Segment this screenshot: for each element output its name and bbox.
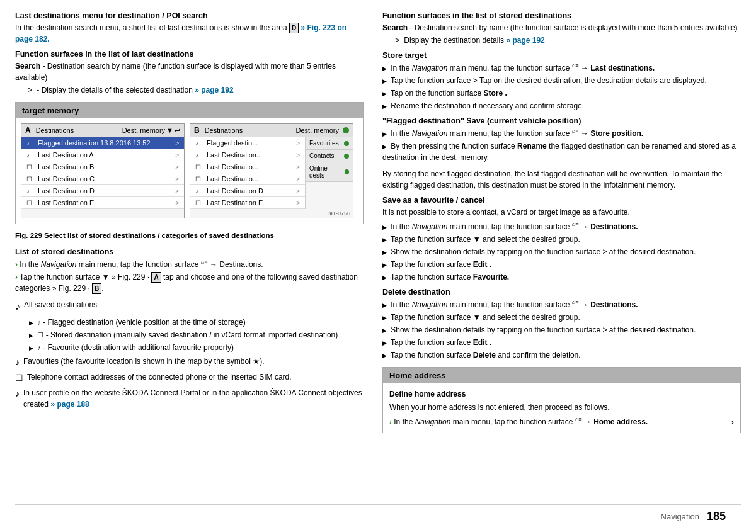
panel-a-label: A [25, 126, 31, 135]
define-home-title: Define home address [389, 388, 734, 400]
last-dest-b1-text: Last Destination... [207, 151, 296, 159]
green-arrow-2: › [15, 273, 18, 281]
panel-a-mem-label: Dest. memory [122, 127, 165, 134]
right-arrow-home: › [731, 416, 734, 429]
last-dest-body: In the destination search menu, a short … [15, 22, 364, 45]
fig-caption: Fig. 229 Select list of stored destinati… [15, 230, 364, 241]
nav-italic-1: Navigation [41, 260, 77, 269]
nav-panel-a-row-a[interactable]: ♪ Last Destination A > [21, 149, 184, 161]
search-body-right: - Destination search by name (the functi… [410, 23, 737, 32]
nav-panel-a-row-flagged[interactable]: ♪ Flagged destination 13.8.2016 13:52 > [21, 137, 184, 149]
saved-subcategories: ▶ ♪ - Flagged destination (vehicle posit… [15, 317, 364, 353]
save-fav-note: It is not possible to store a contact, a… [382, 207, 741, 218]
dest-box-d: D [289, 23, 299, 33]
list-stored-body: › In the Navigation main menu, tap the f… [15, 258, 364, 294]
tab-online[interactable]: Online dests [306, 162, 353, 182]
fav-list-text: Favourites (the favourite location is sh… [23, 356, 265, 367]
func-surface-title: Function surfaces in the list of last de… [15, 50, 364, 59]
nav-panel-b-header: B Destinations Dest. memory [190, 124, 353, 137]
panel-b-mem-label: Dest. memory [296, 127, 339, 134]
page-number: 185 [707, 510, 726, 523]
nav-panel-b-row-d[interactable]: ♪ Last Destination D > [190, 185, 305, 197]
row-arrow-a2: > [175, 164, 179, 171]
last-dest-c-text: Last Destination C [38, 175, 175, 183]
side-tabs: Favourites Contacts Online dests [305, 137, 353, 209]
nav-panel-a-row-b[interactable]: ☐ Last Destination B > [21, 161, 184, 173]
nav-panel-b-row-a[interactable]: ♪ Last Destination... > [190, 149, 305, 161]
tri-st-3: ▶ [382, 91, 387, 97]
bit-label: BIT-0756 [190, 209, 353, 218]
home-address-body: Define home address When your home addre… [383, 383, 740, 433]
row-arrow-b0: > [296, 140, 300, 147]
dest-icon-b2: ☐ [195, 164, 204, 171]
flagged-dest-text: Flagged destination 13.8.2016 13:52 [38, 139, 175, 147]
store-target-title: Store target [382, 51, 741, 60]
tab-fav-label: Favourites [309, 140, 339, 147]
dest-icon-a3: ☐ [26, 176, 35, 183]
nav-panel-b-row-b[interactable]: ☐ Last Destinatio... > [190, 161, 305, 173]
tri-fl-2: ▶ [382, 144, 387, 150]
display-details-left: - Display the details of the selected de… [37, 86, 192, 94]
box-a-ref: A [151, 272, 161, 283]
panel-b-label: B [194, 126, 200, 135]
nav-panel-b-row-c[interactable]: ☐ Last Destinatio... > [190, 173, 305, 185]
last-dest-title: Last destinations menu for destination /… [15, 11, 364, 20]
dest-icon-b1: ♪ [195, 152, 204, 159]
dest-icon-b5: ☐ [195, 200, 204, 207]
last-dest-text: In the destination search menu, a short … [15, 23, 287, 32]
contacts-dot [344, 154, 349, 159]
all-saved-icon: ♪ [15, 299, 20, 314]
search-label-right: Search [382, 23, 408, 32]
panel-a-dest: Destinations [36, 127, 120, 134]
row-arrow-a0: > [175, 140, 179, 147]
tri-sf-1: ▶ [382, 224, 387, 230]
right-column: Function surfaces in the list of stored … [382, 11, 741, 501]
skoda-text: In user profile on the website ŠKODA Con… [23, 387, 364, 410]
nav-panel-b-row-e[interactable]: ☐ Last Destination E > [190, 197, 305, 209]
func-stored-title: Function surfaces in the list of stored … [382, 11, 741, 20]
row-arrow-a4: > [175, 188, 179, 195]
list-stored-title: List of stored destinations [15, 247, 364, 256]
nav-panel-a: A Destinations Dest. memory ▼ ↩ ♪ Flagge… [21, 123, 185, 218]
left-column: Last destinations menu for destination /… [15, 11, 364, 501]
panel-a-dropdown-icon[interactable]: ▼ [166, 127, 173, 134]
tri-fl-1: ▶ [382, 131, 387, 137]
dest-icon-b4: ♪ [195, 188, 204, 195]
nav-sup-1: ⌂≡ [201, 259, 208, 265]
dest-icon-a4: ♪ [26, 188, 35, 195]
nav-panel-a-header: A Destinations Dest. memory ▼ ↩ [21, 124, 184, 137]
tri-st-4: ▶ [382, 103, 387, 110]
skoda-icon: ♪ [15, 387, 20, 400]
home-address-box: Home address Define home address When yo… [382, 367, 741, 433]
page: Last destinations menu for destination /… [0, 0, 756, 532]
two-column-layout: Last destinations menu for destination /… [15, 11, 741, 501]
green-arrow-1: › [15, 260, 18, 269]
last-dest-b4-text: Last Destination D [207, 187, 296, 195]
panel-b-dest: Destinations [205, 127, 294, 134]
fav-list-icon: ♪ [15, 356, 20, 369]
tab-contacts[interactable]: Contacts [306, 150, 353, 162]
panel-b-rows: ♪ Flagged destin... > ♪ Last Destination… [190, 137, 305, 209]
display-details-right: Display the destination details [404, 36, 504, 45]
bottom-bar: Navigation 185 [15, 504, 741, 526]
last-dest-b2-text: Last Destinatio... [207, 163, 296, 171]
row-arrow-a5: > [175, 200, 179, 207]
dest-icon-a5: ☐ [26, 200, 35, 207]
nav-panel-b-row-flagged[interactable]: ♪ Flagged destin... > [190, 137, 305, 149]
page-link-left: » page 192 [195, 86, 233, 94]
tab-favourites[interactable]: Favourites [306, 137, 353, 150]
nav-panel-a-row-e[interactable]: ☐ Last Destination E > [21, 197, 184, 209]
define-home-note: When your home address is not entered, t… [389, 402, 734, 413]
fig-caption-text: Fig. 229 Select list of stored destinati… [15, 232, 274, 239]
row-arrow-b4: > [296, 188, 300, 195]
row-arrow-b5: > [296, 200, 300, 207]
nav-label-bottom: Navigation [661, 512, 699, 521]
row-arrow-a1: > [175, 152, 179, 159]
nav-panel-a-row-c[interactable]: ☐ Last Destination C > [21, 173, 184, 185]
last-dest-e-text: Last Destination E [38, 199, 175, 207]
nav-panel-a-row-d[interactable]: ♪ Last Destination D > [21, 185, 184, 197]
online-dot [345, 169, 349, 174]
panel-a-back-icon[interactable]: ↩ [175, 127, 180, 135]
fav-icon: ♪ [37, 344, 41, 351]
target-memory-images: A Destinations Dest. memory ▼ ↩ ♪ Flagge… [16, 118, 363, 224]
